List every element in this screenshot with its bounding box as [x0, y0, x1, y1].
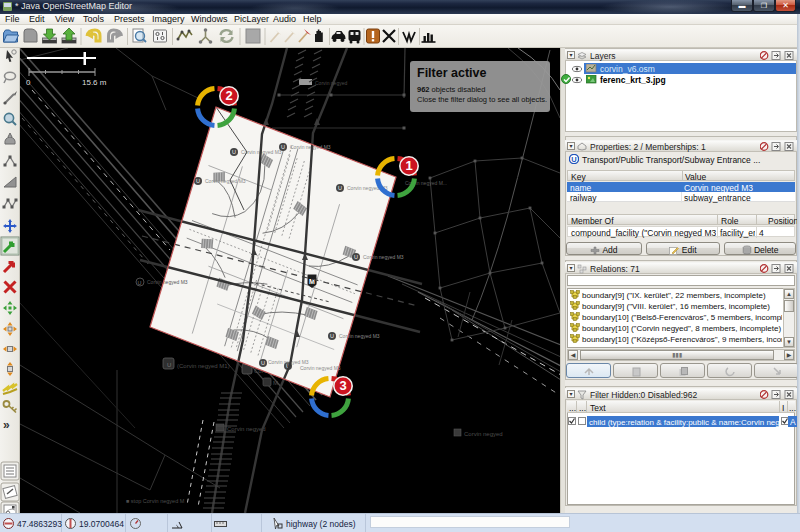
svg-text:Corvin negyed: Corvin negyed	[464, 431, 503, 437]
svg-text:U: U	[261, 360, 265, 366]
svg-text:Corvin negyed M3: Corvin negyed M3	[363, 254, 404, 260]
svg-text:U: U	[167, 362, 171, 368]
svg-text:Corvin negyed M3: Corvin negyed M3	[147, 279, 188, 285]
svg-text:Corvin negyed: Corvin negyed	[315, 80, 347, 86]
svg-text:(Corvin negyed M1): (Corvin negyed M1)	[177, 363, 230, 369]
svg-text:1: 1	[405, 158, 412, 173]
svg-text:Corvin negyed M3: Corvin negyed M3	[339, 333, 380, 339]
svg-text:Corvin negyed M3: Corvin negyed M3	[300, 365, 341, 371]
svg-text:2: 2	[225, 88, 232, 103]
svg-text:U: U	[196, 178, 200, 184]
svg-text:U: U	[330, 333, 334, 339]
svg-text:962 objects disabled: 962 objects disabled	[417, 85, 485, 94]
svg-text:M: M	[273, 380, 278, 386]
svg-text:U: U	[281, 144, 285, 150]
svg-text:Filter active: Filter active	[417, 66, 487, 80]
svg-text:U: U	[338, 185, 342, 191]
svg-text:Corvin negyed: Corvin negyed	[227, 426, 266, 432]
svg-text:Close the filter dialog to see: Close the filter dialog to see all objec…	[417, 95, 547, 104]
svg-text:U: U	[138, 280, 142, 286]
svg-text:U: U	[354, 254, 358, 260]
svg-text:»: »	[3, 418, 10, 432]
svg-text:■ stop Corvin negyed M: ■ stop Corvin negyed M	[126, 498, 185, 504]
svg-text:0: 0	[26, 78, 31, 87]
svg-text:Corvin negyed M3: Corvin negyed M3	[205, 178, 246, 184]
svg-text:3: 3	[339, 378, 346, 393]
svg-text:U: U	[571, 155, 576, 164]
svg-text:15.6 m: 15.6 m	[82, 78, 107, 87]
svg-text:M: M	[309, 278, 315, 285]
svg-text:U: U	[232, 149, 236, 155]
